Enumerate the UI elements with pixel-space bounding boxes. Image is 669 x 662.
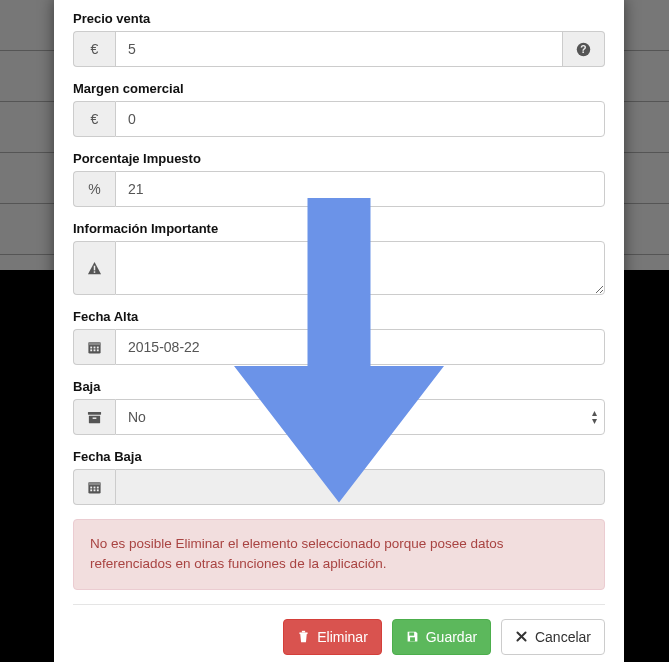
svg-rect-21: [94, 489, 96, 491]
save-button[interactable]: Guardar: [392, 619, 491, 655]
svg-rect-13: [89, 415, 100, 423]
error-alert: No es posible Eliminar el elemento selec…: [73, 519, 605, 590]
svg-rect-14: [93, 417, 97, 418]
field-fecha-baja: Fecha Baja: [73, 449, 605, 505]
trash-icon: [297, 630, 310, 643]
textarea-info[interactable]: [115, 241, 605, 295]
delete-button[interactable]: Eliminar: [283, 619, 382, 655]
svg-rect-2: [94, 265, 96, 270]
label-fecha-alta: Fecha Alta: [73, 309, 605, 324]
save-icon: [406, 630, 419, 643]
label-info: Información Importante: [73, 221, 605, 236]
svg-rect-19: [97, 486, 99, 488]
svg-rect-3: [94, 271, 96, 273]
field-margen: Margen comercial €: [73, 81, 605, 137]
svg-rect-7: [94, 346, 96, 348]
svg-rect-6: [90, 346, 92, 348]
svg-rect-18: [94, 486, 96, 488]
svg-rect-12: [88, 411, 101, 414]
field-baja: Baja No ▴▾: [73, 379, 605, 435]
label-fecha-baja: Fecha Baja: [73, 449, 605, 464]
svg-text:?: ?: [580, 44, 586, 55]
select-baja[interactable]: No: [115, 399, 605, 435]
input-porcentaje[interactable]: [115, 171, 605, 207]
edit-modal: Precio venta € ? Margen comercial € Porc…: [54, 0, 624, 662]
euro-icon: €: [73, 31, 115, 67]
warning-icon: [73, 241, 115, 295]
calendar-icon: [73, 469, 115, 505]
input-fecha-alta[interactable]: [115, 329, 605, 365]
field-fecha-alta: Fecha Alta: [73, 309, 605, 365]
svg-rect-16: [88, 482, 100, 485]
label-margen: Margen comercial: [73, 81, 605, 96]
modal-footer: Eliminar Guardar Cancelar: [73, 604, 605, 655]
save-button-label: Guardar: [426, 629, 477, 645]
input-margen[interactable]: [115, 101, 605, 137]
input-precio-venta[interactable]: [115, 31, 563, 67]
field-porcentaje: Porcentaje Impuesto %: [73, 151, 605, 207]
calendar-icon: [73, 329, 115, 365]
svg-rect-17: [90, 486, 92, 488]
svg-rect-24: [302, 631, 305, 633]
percent-icon: %: [73, 171, 115, 207]
svg-rect-10: [94, 349, 96, 351]
svg-rect-25: [409, 632, 414, 635]
svg-rect-23: [300, 632, 308, 634]
field-precio-venta: Precio venta € ?: [73, 11, 605, 67]
input-fecha-baja: [115, 469, 605, 505]
svg-rect-26: [410, 637, 415, 641]
svg-rect-9: [90, 349, 92, 351]
error-alert-text: No es posible Eliminar el elemento selec…: [90, 536, 504, 571]
euro-icon: €: [73, 101, 115, 137]
cancel-button-label: Cancelar: [535, 629, 591, 645]
archive-icon: [73, 399, 115, 435]
svg-rect-8: [97, 346, 99, 348]
delete-button-label: Eliminar: [317, 629, 368, 645]
close-icon: [515, 630, 528, 643]
help-icon[interactable]: ?: [563, 31, 605, 67]
svg-rect-11: [97, 349, 99, 351]
field-info: Información Importante: [73, 221, 605, 295]
label-baja: Baja: [73, 379, 605, 394]
label-precio-venta: Precio venta: [73, 11, 605, 26]
cancel-button[interactable]: Cancelar: [501, 619, 605, 655]
svg-rect-22: [97, 489, 99, 491]
label-porcentaje: Porcentaje Impuesto: [73, 151, 605, 166]
svg-rect-5: [88, 342, 100, 345]
svg-rect-20: [90, 489, 92, 491]
